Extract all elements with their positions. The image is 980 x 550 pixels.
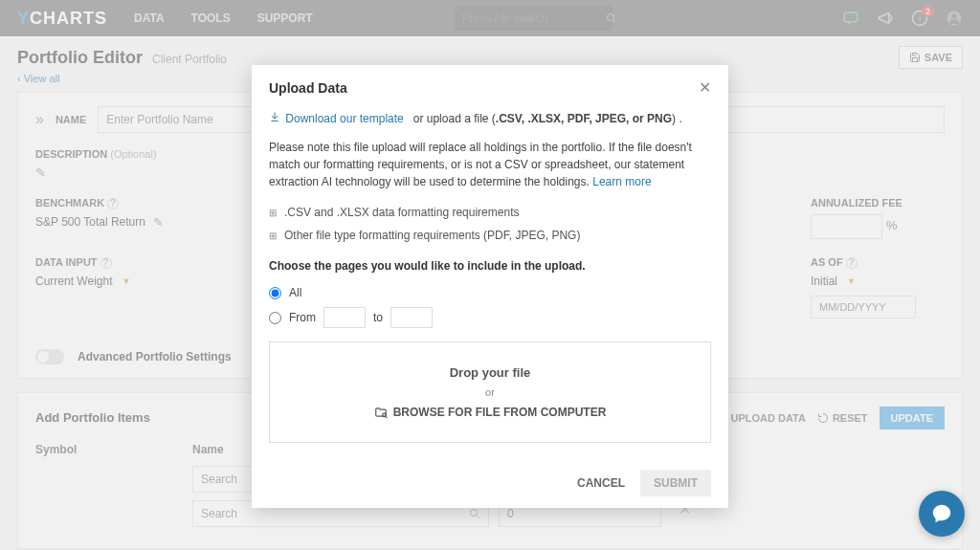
radio-from[interactable]: Fromto (269, 307, 711, 328)
choose-pages-label: Choose the pages you would like to inclu… (269, 257, 711, 275)
to-page-input[interactable] (390, 307, 433, 328)
download-icon (269, 112, 280, 125)
download-template-link[interactable]: Download our template (285, 112, 403, 125)
expand-csv-requirements[interactable]: ⊞.CSV and .XLSX data formatting requirem… (269, 204, 711, 221)
expand-icon: ⊞ (269, 229, 277, 243)
drop-or: or (279, 385, 701, 401)
submit-button[interactable]: SUBMIT (640, 470, 711, 496)
expand-icon: ⊞ (269, 206, 277, 220)
browse-link[interactable]: BROWSE FOR FILE FROM COMPUTER (279, 404, 701, 421)
folder-icon (374, 406, 388, 419)
radio-all[interactable]: All (269, 284, 711, 301)
drop-zone[interactable]: Drop your file or BROWSE FOR FILE FROM C… (269, 341, 711, 443)
upload-modal: Upload Data ✕ Download our template or u… (252, 65, 728, 508)
modal-title: Upload Data (269, 80, 347, 96)
learn-more-link[interactable]: Learn more (592, 175, 651, 188)
close-icon[interactable]: ✕ (699, 78, 711, 97)
svg-line-12 (385, 416, 387, 418)
upload-note: Please note this file upload will replac… (269, 139, 711, 190)
chat-bubble[interactable] (919, 491, 965, 537)
chat-icon (931, 503, 952, 524)
drop-title: Drop your file (279, 363, 701, 383)
from-page-input[interactable] (323, 307, 366, 328)
cancel-button[interactable]: CANCEL (577, 476, 625, 490)
expand-other-requirements[interactable]: ⊞Other file type formatting requirements… (269, 227, 711, 244)
